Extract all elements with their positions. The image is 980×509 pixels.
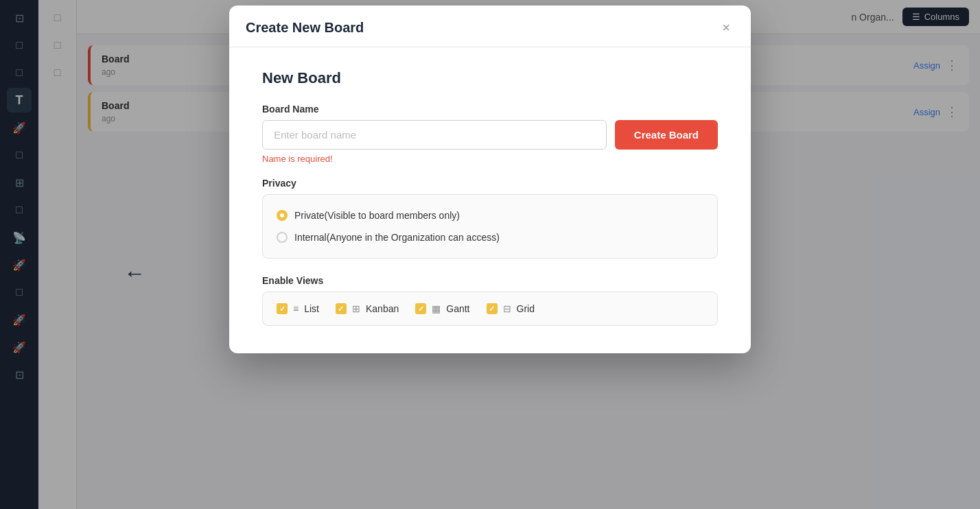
privacy-section: Privacy Private(Visible to board members… (262, 178, 718, 259)
view-option-kanban[interactable]: ⊞ Kanban (336, 303, 399, 314)
privacy-internal-label: Internal(Anyone in the Organization can … (294, 232, 500, 243)
privacy-label: Privacy (262, 178, 718, 189)
view-option-grid[interactable]: ⊟ Grid (487, 303, 535, 314)
privacy-box: Private(Visible to board members only) I… (262, 194, 718, 259)
view-label-list: List (304, 303, 319, 314)
views-box: ≡ List ⊞ Kanban ▦ Gantt (262, 292, 718, 326)
board-name-input[interactable] (262, 120, 607, 150)
view-option-list[interactable]: ≡ List (277, 303, 319, 314)
modal-header: Create New Board × (229, 5, 751, 47)
list-icon: ≡ (293, 303, 299, 314)
name-required-error: Name is required! (262, 154, 718, 164)
checkbox-kanban[interactable] (336, 303, 347, 314)
view-label-gantt: Gantt (446, 303, 469, 314)
create-board-modal: Create New Board × New Board Board Name … (229, 5, 751, 353)
create-board-button[interactable]: Create Board (615, 120, 718, 150)
kanban-icon: ⊞ (352, 303, 360, 314)
board-name-label: Board Name (262, 104, 718, 115)
radio-private[interactable] (277, 210, 288, 221)
enable-views-label: Enable Views (262, 275, 718, 286)
view-option-gantt[interactable]: ▦ Gantt (415, 303, 469, 314)
view-label-grid: Grid (517, 303, 535, 314)
checkbox-list[interactable] (277, 303, 288, 314)
checkbox-gantt[interactable] (415, 303, 426, 314)
modal-body: New Board Board Name Create Board Name i… (229, 47, 751, 353)
board-name-row: Create Board (262, 120, 718, 150)
privacy-option-internal[interactable]: Internal(Anyone in the Organization can … (277, 228, 703, 247)
grid-icon: ⊟ (503, 303, 511, 314)
enable-views-section: Enable Views ≡ List ⊞ Kanban ▦ (262, 275, 718, 326)
modal-title: Create New Board (246, 20, 364, 36)
checkbox-grid[interactable] (487, 303, 498, 314)
privacy-option-private[interactable]: Private(Visible to board members only) (277, 206, 703, 225)
modal-close-button[interactable]: × (718, 19, 734, 36)
modal-overlay[interactable]: Create New Board × New Board Board Name … (0, 0, 980, 509)
modal-subtitle: New Board (262, 69, 718, 87)
gantt-icon: ▦ (432, 303, 441, 314)
view-label-kanban: Kanban (366, 303, 399, 314)
radio-internal[interactable] (277, 232, 288, 243)
privacy-private-label: Private(Visible to board members only) (294, 210, 460, 221)
